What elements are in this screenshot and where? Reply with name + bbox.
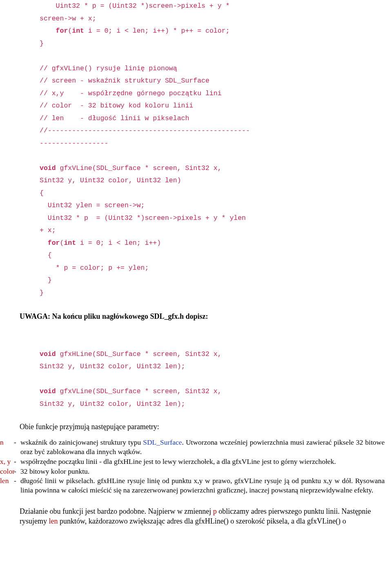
code-line: Uint32 * p = (Uint32 *)screen->pixels + … (40, 212, 376, 225)
code-line: * p = color; p += ylen; (40, 262, 376, 275)
variable-p: p (213, 507, 217, 515)
param-name: x, y (0, 457, 14, 466)
code-line: void gfxHLine(SDL_Surface * screen, Sint… (40, 348, 376, 361)
code-block-1: Uint32 * p = (Uint32 *)screen->pixels + … (40, 0, 376, 299)
keyword-int: int (64, 239, 76, 247)
keyword-void: void (40, 387, 56, 395)
code-line: { (40, 249, 376, 262)
parameter-list: n - wskaźnik do zainicjowanej struktury … (0, 438, 385, 495)
note-heading: UWAGA: Na końcu pliku nagłówkowego SDL_g… (20, 311, 392, 322)
code-line: Sint32 y, Uint32 color, Uint32 len) (40, 175, 376, 187)
code-line: } (40, 287, 376, 300)
code-line: // screen - wskaźnik struktury SDL_Surfa… (40, 75, 376, 87)
keyword-for: for (48, 239, 60, 247)
variable-len: len (49, 517, 58, 525)
param-dash: - (14, 438, 20, 447)
code-line: Uint32 * p = (Uint32 *)screen->pixels + … (40, 0, 376, 13)
code-line: void gfxVLine(SDL_Surface * screen, Sint… (40, 162, 376, 175)
param-len: len - długość linii w pikselach. gfxHLin… (0, 476, 385, 495)
code-line: + x; (40, 224, 376, 237)
param-dash: - (14, 476, 20, 486)
code-line: Sint32 y, Uint32 color, Uint32 len); (40, 360, 376, 373)
code-line: Uint32 ylen = screen->w; (40, 199, 376, 212)
code-line: // len - długość linii w pikselach (40, 112, 376, 125)
code-line: for(int i = 0; i < len; i++) (40, 237, 376, 250)
blank-line (40, 150, 376, 162)
param-dash: - (14, 467, 20, 476)
code-line: // color - 32 bitowy kod koloru linii (40, 100, 376, 112)
param-name: len (0, 476, 14, 486)
param-desc: współrzędne początku linii - dla gfxHLin… (20, 457, 385, 466)
code-line: void gfxVLine(SDL_Surface * screen, Sint… (40, 385, 376, 398)
keyword-int: int (72, 27, 84, 35)
code-line: { (40, 187, 376, 200)
code-line: } (40, 274, 376, 287)
code-line: screen->w + x; (40, 13, 376, 25)
param-desc: 32 bitowy kolor punktu. (20, 467, 385, 476)
blank-line (40, 50, 376, 63)
code-line: for(int i = 0; i < len; i++) * p++ = col… (40, 25, 376, 38)
param-name: n (0, 438, 14, 447)
code-line: //--------------------------------------… (40, 125, 376, 137)
code-line: // x,y - współrzędne górnego początku li… (40, 87, 376, 100)
keyword-for: for (56, 27, 68, 35)
code-line: Sint32 y, Uint32 color, Uint32 len); (40, 398, 376, 411)
closing-paragraph: Działanie obu funkcji jest bardzo podobn… (20, 506, 376, 526)
param-desc: długość linii w pikselach. gfxHLine rysu… (20, 476, 385, 495)
link-sdl-surface[interactable]: SDL_Surface (143, 438, 182, 446)
param-xy: x, y - współrzędne początku linii - dla … (0, 457, 385, 466)
code-line: ----------------- (40, 137, 376, 150)
param-desc: wskaźnik do zainicjowanej struktury typu… (20, 438, 385, 457)
param-name: color (0, 467, 14, 476)
param-n: n - wskaźnik do zainicjowanej struktury … (0, 438, 385, 457)
code-line: } (40, 38, 376, 50)
code-line: // gfxVLine() rysuje linię pionową (40, 63, 376, 75)
code-block-2: void gfxHLine(SDL_Surface * screen, Sint… (40, 348, 376, 411)
param-color: color - 32 bitowy kolor punktu. (0, 467, 385, 476)
blank-line (40, 373, 376, 386)
keyword-void: void (40, 164, 56, 172)
keyword-void: void (40, 350, 56, 358)
param-dash: - (14, 457, 20, 466)
intro-text: Obie funkcje przyjmują następujące param… (20, 422, 385, 432)
